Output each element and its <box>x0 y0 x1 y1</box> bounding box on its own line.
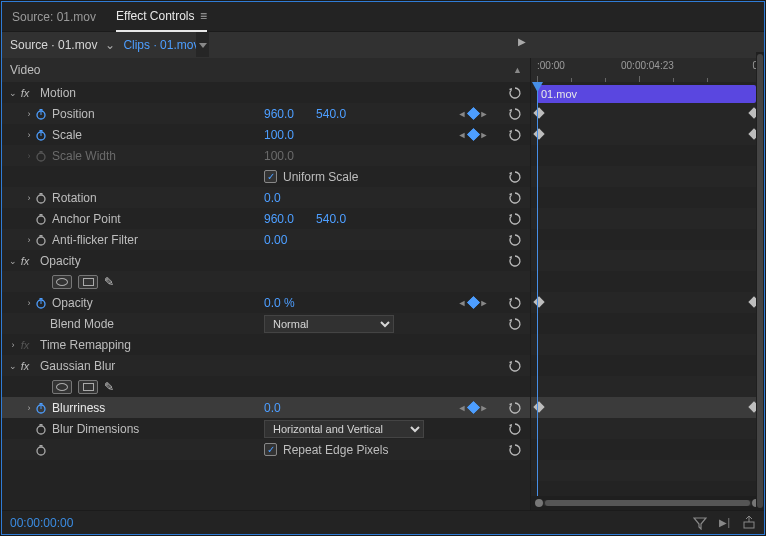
vscroll-thumb[interactable] <box>757 54 763 508</box>
kf-prev-position[interactable]: ◄ <box>458 109 467 119</box>
current-timecode[interactable]: 00:00:00:00 <box>10 516 73 530</box>
twirl-opacity[interactable]: ⌄ <box>8 256 18 266</box>
position-label: Position <box>52 107 95 121</box>
mask-rect-gaussian[interactable] <box>78 380 98 394</box>
twirl-antiflicker[interactable]: › <box>24 235 34 245</box>
anchor-x[interactable]: 960.0 <box>264 212 294 226</box>
svg-point-13 <box>37 195 45 203</box>
kf-add-scale[interactable] <box>467 128 480 141</box>
position-y[interactable]: 540.0 <box>316 107 346 121</box>
twirl-opacity-prop[interactable]: › <box>24 298 34 308</box>
play-icon[interactable]: ▶ <box>518 36 526 47</box>
kf-blurriness-start[interactable] <box>533 401 544 412</box>
reset-repeat-edge[interactable] <box>508 443 522 457</box>
reset-scale[interactable] <box>508 128 522 142</box>
play-only-icon[interactable]: ▶| <box>719 517 730 528</box>
hscroll-thumb[interactable] <box>545 500 750 506</box>
kf-add-opacity[interactable] <box>467 296 480 309</box>
stopwatch-antiflicker[interactable] <box>34 234 48 246</box>
zoom-out-knob[interactable] <box>535 499 543 507</box>
reset-opacity[interactable] <box>508 296 522 310</box>
clips-link[interactable]: Clips · 01.mov <box>123 38 199 52</box>
reset-antiflicker[interactable] <box>508 233 522 247</box>
blend-mode-select[interactable]: Normal <box>264 315 394 333</box>
anchor-y[interactable]: 540.0 <box>316 212 346 226</box>
kf-next-opacity[interactable]: ► <box>480 298 489 308</box>
timeline-hscroll[interactable] <box>531 496 764 510</box>
kf-add-position[interactable] <box>467 107 480 120</box>
kf-prev-opacity[interactable]: ◄ <box>458 298 467 308</box>
reset-uniform-scale[interactable] <box>508 170 522 184</box>
blur-dimensions-select[interactable]: Horizontal and Vertical <box>264 420 424 438</box>
stopwatch-blurriness[interactable] <box>34 402 48 414</box>
vertical-scrollbar[interactable] <box>756 52 764 510</box>
position-x[interactable]: 960.0 <box>264 107 294 121</box>
kf-position-start[interactable] <box>533 107 544 118</box>
mask-pen-button[interactable]: ✎ <box>104 275 114 289</box>
panel-menu-icon[interactable]: ≡ <box>200 9 207 23</box>
rotation-value[interactable]: 0.0 <box>264 191 281 205</box>
reset-rotation[interactable] <box>508 191 522 205</box>
tab-effect-controls[interactable]: Effect Controls ≡ <box>116 2 207 32</box>
reset-blurriness[interactable] <box>508 401 522 415</box>
clips-dropdown-toggle[interactable] <box>196 32 209 57</box>
reset-motion[interactable] <box>508 86 522 100</box>
twirl-time-remap[interactable]: › <box>8 340 18 350</box>
stopwatch-scale[interactable] <box>34 129 48 141</box>
scale-value[interactable]: 100.0 <box>264 128 294 142</box>
reset-opacity-group[interactable] <box>508 254 522 268</box>
uniform-scale-checkbox[interactable]: ✓ <box>264 170 277 183</box>
svg-point-19 <box>37 237 45 245</box>
stopwatch-opacity[interactable] <box>34 297 48 309</box>
stopwatch-position[interactable] <box>34 108 48 120</box>
reset-position[interactable] <box>508 107 522 121</box>
svg-rect-30 <box>40 403 43 405</box>
kf-next-scale[interactable]: ► <box>480 130 489 140</box>
opacity-label[interactable]: Opacity <box>40 254 81 268</box>
timeline-ruler[interactable]: :00:00 00:00:04:23 0 <box>531 58 764 82</box>
twirl-rotation[interactable]: › <box>24 193 34 203</box>
reset-gaussian[interactable] <box>508 359 522 373</box>
reset-anchor[interactable] <box>508 212 522 226</box>
motion-label[interactable]: Motion <box>40 86 76 100</box>
twirl-motion[interactable]: ⌄ <box>8 88 18 98</box>
svg-rect-11 <box>40 151 43 153</box>
opacity-value[interactable]: 0.0 % <box>264 296 295 310</box>
svg-rect-20 <box>40 235 43 237</box>
kf-opacity-start[interactable] <box>533 296 544 307</box>
reset-blur-dim[interactable] <box>508 422 522 436</box>
collapse-triangle-icon[interactable]: ▲ <box>513 65 522 75</box>
stopwatch-blur-dim[interactable] <box>34 423 48 435</box>
tab-source[interactable]: Source: 01.mov <box>12 3 96 31</box>
time-remap-label[interactable]: Time Remapping <box>40 338 131 352</box>
chevron-down-icon[interactable]: ⌄ <box>97 38 123 52</box>
kf-scale-start[interactable] <box>533 128 544 139</box>
mask-ellipse-button[interactable] <box>52 275 72 289</box>
kf-prev-scale[interactable]: ◄ <box>458 130 467 140</box>
repeat-edge-checkbox[interactable]: ✓ <box>264 443 277 456</box>
mask-pen-gaussian[interactable]: ✎ <box>104 380 114 394</box>
timeline-playhead[interactable] <box>537 82 538 496</box>
blurriness-value[interactable]: 0.0 <box>264 401 281 415</box>
video-section-label: Video <box>10 63 40 77</box>
opacity-prop-label: Opacity <box>52 296 93 310</box>
twirl-blurriness[interactable]: › <box>24 403 34 413</box>
kf-next-blurriness[interactable]: ► <box>480 403 489 413</box>
export-icon[interactable] <box>742 516 756 530</box>
kf-prev-blurriness[interactable]: ◄ <box>458 403 467 413</box>
stopwatch-rotation[interactable] <box>34 192 48 204</box>
stopwatch-repeat-edge[interactable] <box>34 444 48 456</box>
filter-icon[interactable] <box>693 516 707 530</box>
reset-blend-mode[interactable] <box>508 317 522 331</box>
mask-rect-button[interactable] <box>78 275 98 289</box>
twirl-scale[interactable]: › <box>24 130 34 140</box>
antiflicker-value[interactable]: 0.00 <box>264 233 287 247</box>
timeline-clip[interactable]: 01.mov <box>537 85 756 103</box>
twirl-gaussian[interactable]: ⌄ <box>8 361 18 371</box>
stopwatch-anchor[interactable] <box>34 213 48 225</box>
twirl-position[interactable]: › <box>24 109 34 119</box>
kf-next-position[interactable]: ► <box>480 109 489 119</box>
gaussian-label[interactable]: Gaussian Blur <box>40 359 115 373</box>
mask-ellipse-gaussian[interactable] <box>52 380 72 394</box>
kf-add-blurriness[interactable] <box>467 401 480 414</box>
